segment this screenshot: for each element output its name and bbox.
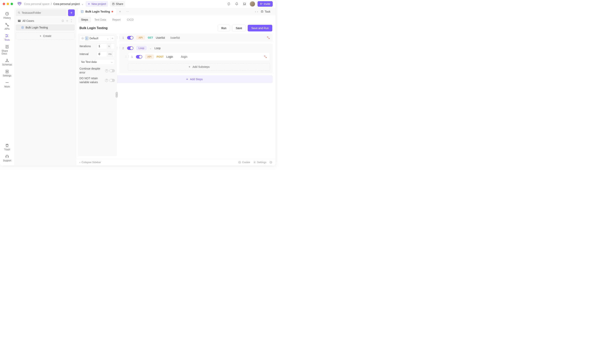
config-panel: D Default ⌄ ≡ Iterations s: [78, 33, 117, 156]
add-steps-button[interactable]: Add Steps: [116, 75, 273, 83]
notifications-button[interactable]: [234, 1, 239, 7]
interval-label: Interval: [80, 52, 95, 56]
inbox-button[interactable]: [242, 1, 247, 7]
svg-point-0: [18, 3, 19, 3]
iterations-input[interactable]: [97, 43, 107, 49]
create-button[interactable]: Create: [16, 32, 75, 40]
breadcrumb-space[interactable]: Cora personal space: [24, 2, 49, 5]
window-close[interactable]: [3, 3, 5, 5]
help-icon[interactable]: ?: [105, 69, 108, 72]
interval-input[interactable]: [97, 51, 107, 57]
testdata-select[interactable]: No Test data ⌄: [80, 59, 115, 65]
topbar: Cora personal space / Cora personal proj…: [0, 0, 275, 8]
document-tab[interactable]: Bulk Login Testing: [78, 8, 116, 15]
tab-prev[interactable]: ‹: [255, 10, 256, 13]
share-button[interactable]: Share: [110, 1, 125, 7]
plus-icon: [119, 10, 121, 13]
save-button[interactable]: Save: [232, 25, 246, 31]
svg-point-28: [82, 38, 83, 39]
nav-settings[interactable]: Settings: [1, 68, 13, 79]
testcase-item[interactable]: Bulk Login Testing: [16, 24, 75, 31]
app-logo-icon: [17, 1, 22, 6]
subtab-testdata[interactable]: Test Data: [92, 17, 109, 22]
iterations-label: Iterations: [80, 45, 95, 48]
nav-trash[interactable]: Trash: [1, 142, 13, 153]
step-type-tag: API: [145, 54, 154, 59]
nav-support-label: Support: [3, 159, 11, 162]
environment-select[interactable]: D Default ⌄ ≡: [80, 35, 115, 41]
subtab-cicd[interactable]: CICD: [124, 17, 136, 22]
panel-collapse-handle[interactable]: ‹: [115, 92, 118, 98]
svg-point-29: [238, 161, 241, 163]
drag-handle-icon[interactable]: ⋮⋮: [116, 46, 121, 49]
drag-handle-icon[interactable]: ⋮⋮: [124, 55, 130, 58]
user-avatar[interactable]: [250, 1, 255, 7]
search-input-wrap[interactable]: [16, 9, 67, 16]
breadcrumb-project[interactable]: Cora personal project: [53, 2, 80, 5]
sync-button[interactable]: [226, 1, 232, 7]
help-icon[interactable]: ?: [105, 79, 108, 82]
expand-icon[interactable]: [267, 36, 270, 39]
invite-button[interactable]: Invite: [258, 1, 273, 7]
add-steps-label: Add Steps: [190, 78, 203, 81]
breadcrumb-separator: /: [51, 2, 52, 5]
chevron-down-icon[interactable]: ⌄: [81, 2, 84, 5]
locate-icon[interactable]: [66, 19, 69, 22]
new-tab-button[interactable]: [117, 9, 123, 14]
chevron-down-icon[interactable]: ⌄: [149, 47, 152, 50]
subtab-report[interactable]: Report: [110, 17, 123, 22]
run-button[interactable]: Run: [218, 25, 230, 31]
testcase-label: Bulk Login Testing: [26, 26, 48, 29]
nav-share-docs-label: Share Docs: [1, 50, 13, 55]
step-enabled-toggle[interactable]: [127, 36, 133, 39]
nav-support[interactable]: Support: [1, 153, 13, 164]
svg-point-1: [20, 3, 20, 3]
add-substeps-button[interactable]: Add Substeps: [128, 63, 270, 71]
task-button[interactable]: Task: [259, 9, 272, 14]
add-button[interactable]: [68, 9, 75, 16]
svg-point-4: [260, 3, 261, 4]
step-number: 1: [131, 55, 133, 58]
search-icon: [18, 11, 20, 14]
drag-handle-icon[interactable]: ⋮⋮: [116, 36, 121, 39]
continue-error-label: Continue despite error: [80, 67, 104, 75]
nav-tests[interactable]: Tests: [1, 32, 13, 43]
svg-rect-25: [81, 11, 83, 13]
footer-cookie-label: Cookie: [242, 161, 250, 164]
search-input[interactable]: [22, 11, 65, 14]
nav-more[interactable]: More: [1, 79, 13, 90]
testdata-label: No Test data: [81, 60, 96, 64]
nav-share-docs[interactable]: Share Docs: [1, 43, 13, 57]
step-enabled-toggle[interactable]: [127, 46, 133, 50]
tab-next[interactable]: ›: [257, 10, 258, 13]
breadcrumb: Cora personal space / Cora personal proj…: [24, 2, 84, 5]
nav-schemas[interactable]: Schemas: [1, 57, 13, 68]
step-2[interactable]: ⋮⋮ 2 Loop ⌄ Loop ⋮⋮: [119, 44, 273, 73]
expand-icon[interactable]: [264, 55, 267, 58]
tab-overflow-button[interactable]: ⋯: [124, 9, 131, 14]
collapse-sidebar-button[interactable]: ‹ Collapse Sidebar: [80, 161, 101, 164]
step-enabled-toggle[interactable]: [136, 55, 142, 59]
refresh-icon[interactable]: [61, 19, 64, 22]
steps-list: ⋮⋮ 1 API GET Userlist /userlist: [119, 33, 273, 156]
subtab-steps[interactable]: Steps: [78, 17, 91, 22]
nav-apis[interactable]: APIs: [1, 21, 13, 32]
sort-icon[interactable]: [70, 19, 73, 22]
continue-error-toggle[interactable]: [110, 69, 115, 72]
all-cases-folder[interactable]: All Cases: [16, 18, 75, 24]
step-1[interactable]: ⋮⋮ 1 API GET Userlist /userlist: [119, 33, 273, 42]
svg-point-16: [6, 82, 6, 83]
footer-help[interactable]: [270, 161, 272, 164]
retain-toggle[interactable]: [110, 79, 115, 82]
step-2-1[interactable]: ⋮⋮ 1 API POST Login /login: [128, 52, 270, 61]
footer-cookie[interactable]: Cookie: [238, 161, 250, 164]
tab-title: Bulk Login Testing: [85, 10, 110, 13]
help-icon: [270, 161, 272, 164]
window-minimize[interactable]: [7, 3, 9, 5]
nav-history[interactable]: History: [1, 10, 13, 21]
window-zoom[interactable]: [11, 3, 13, 5]
new-project-button[interactable]: New project: [86, 1, 108, 7]
save-and-run-button[interactable]: Save and Run: [248, 25, 272, 31]
menu-icon[interactable]: ≡: [111, 37, 113, 40]
footer-settings[interactable]: Settings: [253, 161, 266, 164]
